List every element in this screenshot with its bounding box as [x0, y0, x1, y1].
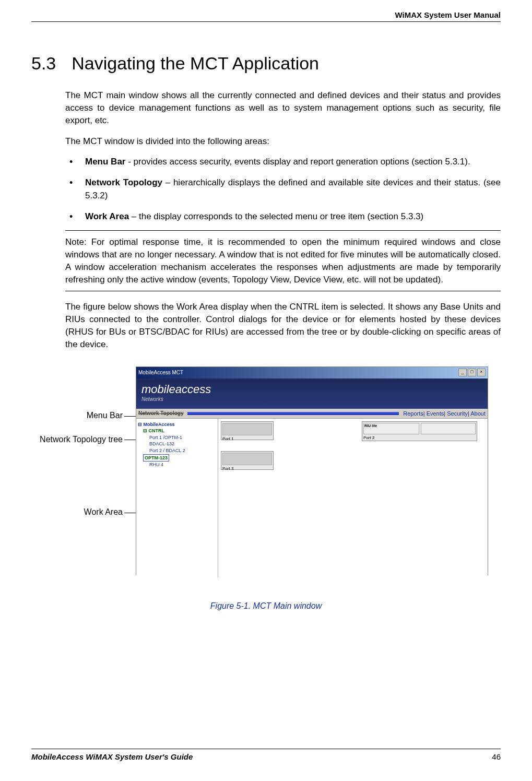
footer: MobileAccess WiMAX System User's Guide 4… — [31, 749, 501, 761]
tree-rhu[interactable]: RHU 4 — [149, 462, 216, 468]
bullet-menu-bar: Menu Bar - provides access security, eve… — [65, 155, 501, 169]
figure-caption: Figure 5-1. MCT Main window — [31, 601, 501, 611]
header-rule — [31, 21, 501, 22]
window-title: MobileAccess MCT — [138, 370, 183, 375]
tree-port2[interactable]: Port 2 / BDACL 2 — [149, 447, 216, 454]
device-port3[interactable]: Port 3 — [221, 451, 274, 470]
banner: mobileaccess Networks — [136, 378, 488, 409]
close-button[interactable]: × — [477, 369, 486, 376]
work-panel: Port 1 Port 3 RIU lite Port 2 — [218, 419, 488, 577]
device-port1[interactable]: Port 1 — [221, 421, 274, 440]
minimize-button[interactable]: _ — [458, 369, 467, 376]
main-area: ⊟ MobileAccess ⊟ CNTRL Port 1 /OPTM-1 BD… — [136, 419, 488, 577]
tree-cntrl[interactable]: ⊟ CNTRL — [143, 428, 216, 434]
screenshot-window: MobileAccess MCT _ □ × mobileaccess Netw… — [136, 366, 488, 575]
window-buttons: _ □ × — [457, 369, 486, 376]
window-titlebar: MobileAccess MCT _ □ × — [136, 367, 488, 378]
banner-logo: mobileaccess Networks — [141, 383, 211, 402]
note-block: Note: For optimal response time, it is r… — [65, 230, 501, 291]
tree-port1[interactable]: Port 1 /OPTM-1 — [149, 434, 216, 441]
bullet-work-area: Work Area – the display corresponds to t… — [65, 210, 501, 223]
callout-menu-bar: Menu Bar — [34, 410, 123, 421]
tree-bdacl132[interactable]: BDACL-132 — [149, 441, 216, 447]
menubar-topology-label: Network Topology — [138, 410, 183, 416]
section-title: Navigating the MCT Application — [72, 53, 319, 73]
device-riu[interactable]: RIU lite Port 2 — [362, 421, 477, 441]
tree-root[interactable]: ⊟ MobileAccess — [138, 421, 216, 428]
header-title: WiMAX System User Manual — [31, 10, 501, 21]
menubar-separator — [187, 412, 399, 415]
menubar-right-links[interactable]: Reports| Events| Security| About — [403, 410, 486, 417]
callout-tree: Network Topology tree — [34, 434, 123, 445]
app-menubar: Network Topology Reports| Events| Securi… — [136, 409, 488, 419]
bullet-list: Menu Bar - provides access security, eve… — [65, 155, 501, 223]
tree-panel[interactable]: ⊟ MobileAccess ⊟ CNTRL Port 1 /OPTM-1 BD… — [136, 419, 218, 577]
tree-optm[interactable]: OPTM-123 — [143, 454, 169, 462]
figure-container: Menu Bar Network Topology tree Work Area… — [31, 366, 501, 591]
para-intro: The MCT main window shows all the curren… — [65, 89, 501, 126]
maximize-button[interactable]: □ — [468, 369, 476, 376]
bullet-network-topology: Network Topology – hierarchically displa… — [65, 176, 501, 203]
callout-work-area: Work Area — [34, 507, 123, 518]
para-divided: The MCT window is divided into the follo… — [65, 135, 501, 148]
section-number: 5.3 — [31, 53, 56, 73]
para-figure-desc: The figure below shows the Work Area dis… — [65, 301, 501, 350]
section-heading: 5.3Navigating the MCT Application — [31, 53, 501, 74]
footer-page-number: 46 — [492, 752, 501, 761]
footer-guide-name: MobileAccess WiMAX System User's Guide — [31, 752, 193, 761]
